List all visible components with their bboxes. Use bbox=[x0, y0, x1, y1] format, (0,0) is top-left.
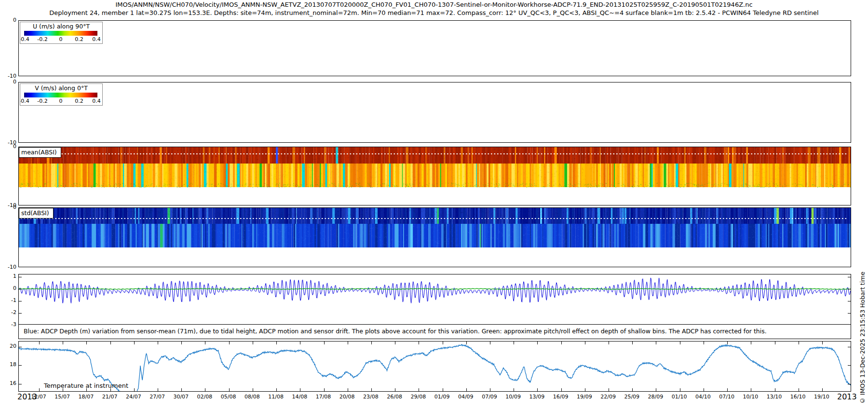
std-absi-label: std(ABSI) bbox=[19, 208, 54, 219]
panel-u-velocity: U (m/s) along 90°T -0.4 -0.2 0 0.2 0.4 bbox=[18, 20, 851, 76]
panel-mean-absi: mean(ABSI) bbox=[18, 147, 851, 205]
x-tick-mark bbox=[609, 342, 609, 344]
x-tick-mark bbox=[537, 388, 538, 391]
x-tick-mark bbox=[537, 342, 538, 344]
y-tick-mark bbox=[19, 277, 22, 277]
date-tick-label: 07/09 bbox=[482, 394, 497, 400]
u-cbar-tick: 0 bbox=[59, 36, 63, 42]
x-tick-mark bbox=[561, 388, 562, 391]
x-tick-mark bbox=[632, 388, 633, 391]
x-tick-mark bbox=[395, 388, 395, 391]
y-tick-mark bbox=[19, 313, 22, 314]
x-tick-mark bbox=[300, 388, 300, 391]
y-tick-mark bbox=[19, 347, 22, 347]
x-tick-mark bbox=[134, 342, 135, 344]
x-tick-mark bbox=[229, 388, 230, 391]
x-tick-mark bbox=[181, 342, 182, 344]
depth-ytick-1: 1 bbox=[0, 273, 16, 279]
date-tick-label: 13/09 bbox=[529, 394, 545, 400]
x-tick-mark bbox=[371, 388, 372, 391]
v-colorbar-legend: V (m/s) along 0°T -0.4 -0.2 0 0.2 0.4 bbox=[20, 83, 103, 106]
depth-annotation-text: Blue: ADCP Depth (m) variation from sens… bbox=[24, 328, 767, 335]
mean-absi-heatmap bbox=[19, 147, 851, 205]
depth-variation-plot bbox=[19, 274, 851, 324]
v-colorbar-title: V (m/s) along 0°T bbox=[20, 84, 102, 92]
date-tick-label: 10/10 bbox=[743, 394, 758, 400]
x-tick-mark bbox=[561, 342, 562, 344]
date-tick-label: 01/09 bbox=[434, 394, 450, 400]
x-tick-mark bbox=[181, 388, 182, 391]
x-tick-mark bbox=[822, 342, 823, 344]
x-tick-mark bbox=[799, 388, 799, 391]
x-tick-mark bbox=[799, 342, 799, 344]
date-tick-label: 01/10 bbox=[672, 394, 687, 400]
x-tick-mark bbox=[158, 388, 158, 391]
x-tick-mark bbox=[276, 342, 277, 344]
x-tick-mark bbox=[775, 342, 775, 344]
date-tick-label: 20/08 bbox=[339, 394, 355, 400]
date-tick-label: 19/10 bbox=[814, 394, 829, 400]
v-colorbar-gradient bbox=[24, 93, 97, 97]
x-tick-mark bbox=[585, 388, 585, 391]
u-colorbar-legend: U (m/s) along 90°T -0.4 -0.2 0 0.2 0.4 bbox=[20, 22, 103, 44]
date-tick-label: 16/10 bbox=[790, 394, 806, 400]
x-tick-mark bbox=[704, 342, 704, 344]
date-tick-label: 26/08 bbox=[387, 394, 402, 400]
depth-ytick-m1: -1 bbox=[0, 298, 16, 303]
temp-ytick-16: 16 bbox=[0, 381, 16, 386]
u-colorbar-gradient bbox=[24, 31, 97, 36]
mean-absi-label: mean(ABSI) bbox=[19, 147, 61, 158]
y-tick-mark bbox=[848, 289, 851, 289]
x-tick-mark bbox=[514, 388, 514, 391]
x-tick-mark bbox=[632, 342, 633, 344]
x-tick-mark bbox=[585, 342, 585, 344]
x-tick-mark bbox=[656, 388, 656, 391]
x-tick-mark bbox=[751, 342, 751, 344]
depth-ytick-m2: -2 bbox=[0, 310, 16, 315]
x-tick-mark bbox=[466, 342, 467, 344]
y-tick-mark bbox=[19, 365, 22, 366]
x-tick-mark bbox=[822, 388, 823, 391]
x-tick-mark bbox=[300, 342, 300, 344]
panel-temperature: Temperature at instrument bbox=[18, 341, 851, 392]
temp-ytick-18: 18 bbox=[0, 362, 16, 368]
x-tick-mark bbox=[205, 342, 205, 344]
y-tick-mark bbox=[19, 301, 22, 301]
v-cbar-tick: 0.2 bbox=[75, 98, 83, 104]
y-tick-mark bbox=[19, 289, 22, 289]
depth-ytick-m3: -3 bbox=[0, 322, 16, 328]
x-tick-mark bbox=[680, 342, 680, 344]
date-tick-label: 29/08 bbox=[411, 394, 426, 400]
year-label-right: 2013 bbox=[837, 392, 857, 401]
date-tick-label: 15/07 bbox=[54, 394, 70, 400]
x-tick-mark bbox=[680, 388, 680, 391]
y-tick-mark bbox=[19, 384, 22, 384]
date-tick-label: 24/07 bbox=[126, 394, 141, 400]
u-cbar-tick: 0.4 bbox=[92, 36, 101, 42]
y-tick-mark bbox=[848, 277, 851, 277]
x-tick-mark bbox=[253, 342, 253, 344]
date-tick-label: 30/07 bbox=[173, 394, 189, 400]
std-absi-ytick-0: 0 bbox=[0, 205, 16, 210]
x-tick-mark bbox=[276, 388, 277, 391]
date-tick-label: 17/08 bbox=[316, 394, 331, 400]
date-tick-label: 16/09 bbox=[553, 394, 569, 400]
date-tick-label: 25/09 bbox=[624, 394, 639, 400]
x-tick-mark bbox=[751, 388, 751, 391]
date-tick-label: 12/07 bbox=[31, 394, 46, 400]
x-tick-mark bbox=[39, 342, 40, 344]
x-tick-mark bbox=[110, 388, 111, 391]
x-tick-mark bbox=[490, 342, 490, 344]
x-tick-mark bbox=[656, 342, 656, 344]
figure-subtitle-deployment: Deployment 24, member 1 lat=30.27S lon=1… bbox=[0, 9, 868, 16]
x-tick-mark bbox=[324, 342, 325, 344]
u-cbar-tick: -0.4 bbox=[20, 36, 29, 42]
u-ytick-0: 0 bbox=[0, 17, 16, 23]
x-tick-mark bbox=[727, 388, 728, 391]
x-tick-mark bbox=[371, 342, 372, 344]
y-tick-mark bbox=[848, 313, 851, 314]
x-tick-mark bbox=[419, 342, 419, 344]
panel-std-absi: std(ABSI) bbox=[18, 207, 851, 267]
date-tick-label: 18/07 bbox=[79, 394, 94, 400]
date-tick-label: 23/08 bbox=[363, 394, 379, 400]
